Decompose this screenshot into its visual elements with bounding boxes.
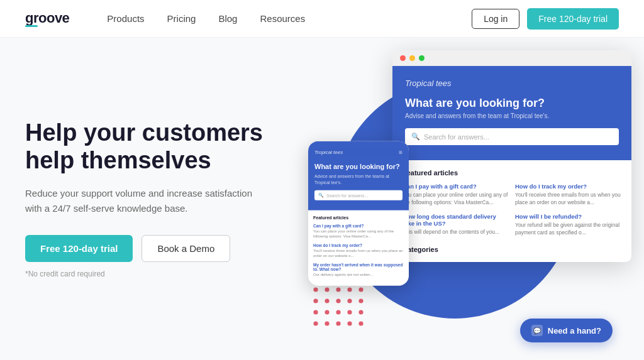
- nav-blog[interactable]: Blog: [218, 13, 237, 24]
- svg-point-13: [347, 287, 352, 292]
- mobile-article-title-1: How do I track my order?: [313, 243, 404, 248]
- mockup-search-placeholder: Search for answers...: [424, 133, 489, 141]
- mobile-header: Tropical tees ≡ What are you looking for…: [308, 141, 409, 210]
- demo-button[interactable]: Book a Demo: [142, 235, 230, 262]
- svg-point-28: [347, 321, 352, 325]
- nav-links: Products Pricing Blog Resources: [107, 13, 472, 24]
- mobile-brand-bar: Tropical tees ≡: [314, 148, 402, 155]
- article-title-2: How long does standard delivery take in …: [402, 213, 509, 227]
- login-button[interactable]: Log in: [472, 9, 519, 29]
- article-desc-1: You'll receive three emails from us when…: [515, 192, 621, 207]
- trial-button[interactable]: Free 120-day trial: [25, 235, 133, 262]
- mockup-articles: Featured articles Can I pay with a gift …: [392, 160, 631, 262]
- logo-underline: [25, 25, 38, 27]
- article-title-1: How do I track my order?: [515, 183, 621, 190]
- mobile-search-placeholder: Search for answers...: [326, 194, 368, 198]
- svg-point-20: [313, 310, 318, 314]
- svg-point-15: [313, 298, 318, 303]
- mobile-article-title-2: My order hasn't arrived when it was supp…: [313, 262, 404, 271]
- chat-icon: 💬: [531, 325, 543, 336]
- mockup-subtext: Advise and answers from the team at Trop…: [405, 112, 619, 119]
- main-section: Help your customers help themselves Redu…: [0, 38, 644, 360]
- mobile-article-1: How do I track my order? You'll receive …: [313, 243, 404, 259]
- mockup-titlebar: [392, 50, 631, 66]
- mobile-article-2: My order hasn't arrived when it was supp…: [313, 262, 404, 277]
- article-title-0: Can I pay with a gift card?: [402, 183, 509, 190]
- nav-actions: Log in Free 120-day trial: [472, 8, 619, 30]
- logo[interactable]: groove: [25, 10, 107, 27]
- svg-point-24: [358, 310, 363, 314]
- svg-point-25: [313, 321, 318, 325]
- articles-grid: Can I pay with a gift card? You can plac…: [402, 183, 621, 237]
- mockup-headline: What are you looking for?: [405, 97, 619, 110]
- need-hand-label: Need a hand?: [548, 326, 601, 335]
- nav-resources[interactable]: Resources: [260, 13, 305, 24]
- article-item-1: How do I track my order? You'll receive …: [515, 183, 621, 207]
- article-title-3: How will I be refunded?: [515, 213, 621, 220]
- navbar: groove Products Pricing Blog Resources L…: [0, 0, 644, 38]
- svg-point-22: [336, 310, 340, 314]
- mobile-mockup: Tropical tees ≡ What are you looking for…: [308, 141, 409, 286]
- svg-point-21: [325, 310, 329, 314]
- featured-articles-title: Featured articles: [402, 169, 621, 177]
- hero-buttons: Free 120-day trial Book a Demo: [25, 235, 314, 262]
- titlebar-dot-yellow: [409, 55, 415, 61]
- mockup-body-wrap: Tropical tees What are you looking for? …: [392, 66, 631, 262]
- svg-point-19: [358, 298, 363, 303]
- svg-point-27: [336, 321, 340, 325]
- logo-text: groove: [25, 10, 69, 26]
- mobile-article-title-0: Can I pay with a gift card?: [313, 224, 404, 228]
- mockup-search-bar[interactable]: 🔍 Search for answers...: [405, 128, 619, 145]
- svg-point-12: [336, 287, 340, 292]
- mockup-brand: Tropical tees: [405, 79, 619, 88]
- svg-point-14: [358, 287, 363, 292]
- mobile-body: Featured articles Can I pay with a gift …: [308, 210, 409, 286]
- no-credit-card-note: *No credit card required: [25, 270, 314, 278]
- svg-point-29: [358, 321, 363, 325]
- mobile-article-0: Can I pay with a gift card? You can plac…: [313, 224, 404, 239]
- svg-point-26: [325, 321, 329, 325]
- svg-point-17: [336, 298, 340, 303]
- svg-point-16: [325, 298, 329, 303]
- need-hand-button[interactable]: 💬 Need a hand?: [520, 319, 613, 342]
- article-desc-2: This will depend on the contents of you.…: [402, 229, 509, 236]
- mobile-featured-title: Featured articles: [313, 215, 404, 220]
- svg-point-10: [313, 287, 318, 292]
- mobile-sub: Advice and answers from the teams at Tro…: [314, 173, 402, 185]
- svg-point-23: [347, 310, 352, 314]
- mobile-search-icon: 🔍: [318, 193, 324, 198]
- mobile-article-desc-1: You'll receive three emails from us when…: [313, 249, 404, 259]
- svg-point-18: [347, 298, 352, 303]
- mobile-hamburger-icon: ≡: [399, 148, 402, 155]
- mobile-search-bar[interactable]: 🔍 Search for answers...: [314, 190, 402, 200]
- mockup-header: Tropical tees What are you looking for? …: [392, 66, 631, 160]
- article-item-0: Can I pay with a gift card? You can plac…: [402, 183, 509, 207]
- article-item-2: How long does standard delivery take in …: [402, 213, 509, 237]
- article-item-3: How will I be refunded? Your refund will…: [515, 213, 621, 237]
- mobile-article-desc-0: You can place your online order using an…: [313, 229, 404, 239]
- categories-title: Categories: [402, 246, 621, 253]
- hero-title: Help your customers help themselves: [25, 119, 314, 174]
- hero-subtitle: Reduce your support volume and increase …: [25, 186, 264, 216]
- titlebar-dot-red: [400, 55, 406, 61]
- mobile-headline: What are you looking for?: [314, 161, 402, 170]
- mobile-brand-name: Tropical tees: [314, 149, 343, 155]
- mockup-search-icon: 🔍: [411, 133, 420, 141]
- nav-products[interactable]: Products: [107, 13, 144, 24]
- trial-nav-button[interactable]: Free 120-day trial: [527, 8, 619, 30]
- nav-pricing[interactable]: Pricing: [167, 13, 196, 24]
- article-desc-0: You can place your online order using an…: [402, 192, 509, 207]
- hero-left: Help your customers help themselves Redu…: [25, 119, 314, 278]
- article-desc-3: Your refund will be given against the or…: [515, 222, 621, 237]
- hero-right: Tropical tees What are you looking for? …: [314, 38, 619, 360]
- mobile-article-desc-2: Our delivery agents are not sotten...: [313, 272, 404, 277]
- titlebar-dot-green: [419, 55, 425, 61]
- svg-point-11: [325, 287, 329, 292]
- desktop-mockup: Tropical tees What are you looking for? …: [392, 50, 631, 262]
